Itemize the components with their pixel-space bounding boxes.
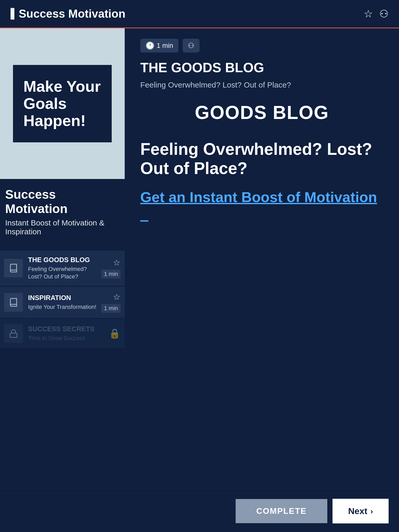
- header-actions: ☆ ⚇: [364, 8, 389, 20]
- lesson-meta-2: ☆ 1 min: [101, 292, 121, 313]
- lock-icon: 🔒: [109, 328, 121, 339]
- link-button[interactable]: ⚇: [379, 8, 389, 20]
- back-button[interactable]: ‹: [10, 8, 15, 20]
- course-subtitle: Instant Boost of Motivation & Inspiratio…: [5, 218, 119, 236]
- lesson-star-1[interactable]: ☆: [113, 258, 121, 268]
- header: ‹ Success Motivation ☆ ⚇: [0, 0, 399, 28]
- next-button[interactable]: Next ›: [332, 499, 389, 523]
- article-duration: 1 min: [157, 42, 173, 50]
- lesson-item-3: SUCCESS SECRETS Time to Grow Success 🔒: [0, 319, 125, 348]
- clock-icon: 🕐: [145, 41, 155, 50]
- header-title: Success Motivation: [19, 7, 125, 20]
- header-left: ‹ Success Motivation: [10, 7, 125, 20]
- time-badge: 🕐 1 min: [140, 39, 178, 52]
- course-image-text-line2: Goals Happen!: [23, 95, 101, 129]
- course-image: Make Your Goals Happen!: [0, 28, 125, 179]
- lesson-content-1: THE GOODS BLOG Feeling Overwhelmed? Lost…: [28, 256, 101, 280]
- svg-rect-0: [10, 333, 17, 337]
- goods-blog-brand: GOODS BLOG: [140, 102, 383, 123]
- lesson-icon-3: [4, 324, 23, 343]
- lesson-meta-1: ☆ 1 min: [101, 258, 121, 278]
- course-image-text-line1: Make Your: [23, 78, 101, 95]
- lesson-star-2[interactable]: ☆: [113, 292, 121, 302]
- lesson-desc-2: Ignite Your Transformation!: [28, 303, 101, 311]
- next-arrow-icon: ›: [370, 507, 373, 516]
- lesson-title-3: SUCCESS SECRETS: [28, 325, 109, 333]
- lesson-item-1[interactable]: THE GOODS BLOG Feeling Overwhelmed? Lost…: [0, 251, 125, 285]
- left-panel: Make Your Goals Happen! Success Motivati…: [0, 28, 125, 493]
- lesson-icon-1: [4, 259, 23, 277]
- right-panel: 🕐 1 min ⚇ THE GOODS BLOG Feeling Overwhe…: [125, 28, 399, 493]
- lesson-item-2[interactable]: INSPIRATION Ignite Your Transformation! …: [0, 287, 125, 318]
- lesson-content-2: INSPIRATION Ignite Your Transformation!: [28, 294, 101, 311]
- course-name: Success Motivation: [5, 187, 119, 216]
- lesson-duration-2: 1 min: [101, 304, 121, 313]
- lesson-meta-3: 🔒: [109, 328, 121, 339]
- lesson-desc-1: Feeling Overwhelmed? Lost? Out of Place?: [28, 265, 101, 280]
- main-layout: Make Your Goals Happen! Success Motivati…: [0, 28, 399, 493]
- course-image-inner: Make Your Goals Happen!: [13, 65, 112, 142]
- lesson-icon-2: [4, 293, 23, 312]
- lesson-title-2: INSPIRATION: [28, 294, 101, 302]
- article-title: THE GOODS BLOG: [140, 60, 383, 75]
- lesson-list: THE GOODS BLOG Feeling Overwhelmed? Lost…: [0, 251, 125, 348]
- lesson-title-1: THE GOODS BLOG: [28, 256, 101, 264]
- lesson-desc-3: Time to Grow Success: [28, 335, 109, 342]
- lesson-content-3: SUCCESS SECRETS Time to Grow Success: [28, 325, 109, 342]
- star-button[interactable]: ☆: [364, 8, 373, 20]
- article-heading: Feeling Overwhelmed? Lost? Out of Place?: [140, 140, 383, 178]
- article-meta: 🕐 1 min ⚇: [140, 39, 383, 52]
- next-label: Next: [348, 506, 367, 516]
- lesson-duration-1: 1 min: [101, 270, 121, 278]
- article-link[interactable]: Get an Instant Boost of Motivation _: [140, 188, 383, 223]
- footer: COMPLETE Next ›: [0, 493, 399, 529]
- complete-button[interactable]: COMPLETE: [236, 499, 328, 523]
- article-link-badge[interactable]: ⚇: [183, 39, 200, 52]
- article-subtitle: Feeling Overwhelmed? Lost? Out of Place?: [140, 81, 383, 89]
- course-info: Success Motivation Instant Boost of Moti…: [0, 179, 125, 251]
